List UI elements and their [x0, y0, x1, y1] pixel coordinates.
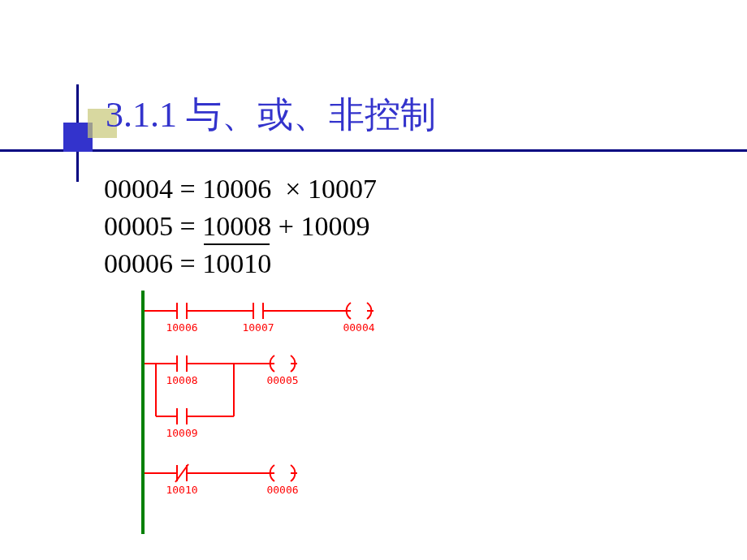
coil-icon — [268, 465, 297, 481]
rung1-contact2-label: 10007 — [242, 321, 274, 334]
contact-no-icon — [244, 303, 273, 319]
rung-3: 10010 00006 — [145, 464, 299, 496]
eq2-sym: + — [279, 211, 294, 241]
rung2-contact1-label: 10008 — [166, 374, 197, 386]
rung2-contact2-label: 10009 — [166, 427, 197, 439]
logic-equations: 00004 = 10006 × 10007 00005 = 10008 + 10… — [104, 170, 377, 282]
eq2-b: 10009 — [300, 211, 369, 241]
equation-not: 00006 = 10010 — [104, 245, 377, 282]
contact-no-icon — [167, 408, 196, 424]
rung3-contact1-label: 10010 — [166, 484, 197, 496]
rung2-coil-label: 00005 — [266, 374, 298, 386]
eq1-lhs: 00004 — [104, 174, 173, 204]
eq3-a-overline: 10010 — [202, 245, 271, 282]
section-title: 3.1.1 与、或、非控制 — [106, 91, 436, 139]
equation-or: 00005 = 10008 + 10009 — [104, 208, 377, 245]
ladder-diagram: 10006 10007 00004 10008 00005 10009 1001… — [140, 291, 424, 534]
eq2-eq: = — [180, 211, 196, 241]
rung-2: 10008 00005 10009 — [145, 355, 299, 439]
eq1-eq: = — [180, 174, 196, 204]
rung-1: 10006 10007 00004 — [145, 303, 375, 334]
eq3-eq: = — [180, 248, 196, 278]
contact-nc-icon — [167, 464, 196, 482]
eq2-lhs: 00005 — [104, 211, 173, 241]
eq1-b: 10007 — [308, 174, 377, 204]
eq2-a: 10008 — [202, 211, 271, 241]
rung3-coil-label: 00006 — [266, 484, 298, 496]
eq1-a: 10006 — [202, 174, 271, 204]
rung1-coil-label: 00004 — [343, 321, 374, 334]
contact-no-icon — [167, 355, 196, 372]
equation-and: 00004 = 10006 × 10007 — [104, 170, 377, 208]
coil-icon — [344, 303, 374, 319]
rung1-contact1-label: 10006 — [166, 321, 197, 334]
eq3-lhs: 00006 — [104, 248, 173, 278]
eq1-sym: × — [285, 174, 300, 204]
contact-no-icon — [167, 303, 196, 319]
coil-icon — [268, 355, 297, 372]
